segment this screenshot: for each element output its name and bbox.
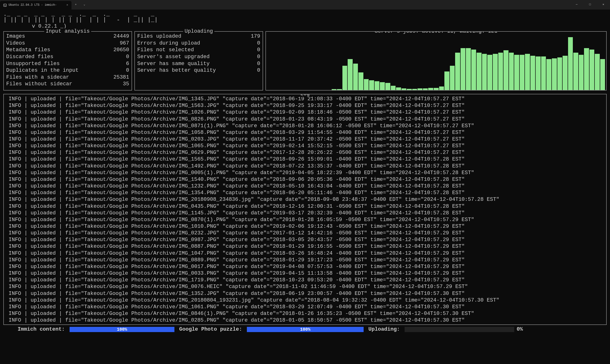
terminal-output[interactable]: ._ _ _ _ _ _ _ _ ._ _ ._ _ _ | || | | ||… bbox=[0, 10, 610, 333]
gpp-value: 100% bbox=[247, 327, 363, 332]
chart-bar bbox=[450, 66, 455, 90]
server-jobs-title: Server's jobs: active: 11, waiting: 121 bbox=[373, 31, 499, 34]
stat-row: Files with a sidecar25381 bbox=[6, 74, 129, 81]
chart-bar bbox=[541, 56, 546, 90]
stat-label: Files with a sidecar bbox=[6, 74, 69, 81]
uploading-pct: 0% bbox=[517, 326, 523, 332]
chart-bar bbox=[498, 53, 503, 90]
chart-bar bbox=[375, 81, 380, 90]
log-line: INFO | uploaded | file="Takeout/Google P… bbox=[9, 257, 604, 263]
stat-label: Errors during upload bbox=[137, 40, 200, 47]
log-line: INFO | uploaded | file="Takeout/Google P… bbox=[9, 270, 604, 277]
log-line: INFO | uploaded | file="Takeout/Google P… bbox=[9, 236, 604, 243]
uploading-title: Uploading bbox=[183, 28, 214, 34]
tab-close-icon[interactable]: ✕ bbox=[65, 4, 69, 7]
chart-bar bbox=[332, 89, 337, 90]
stat-row: Files not selected0 bbox=[137, 47, 260, 54]
immich-content-progress: 100% bbox=[70, 327, 174, 332]
window-close-button[interactable]: ✕ bbox=[597, 0, 610, 10]
chart-bar bbox=[466, 48, 471, 90]
log-line: INFO | uploaded | file="Takeout/Google P… bbox=[9, 143, 604, 149]
chart-bar bbox=[584, 48, 589, 90]
window-minimize-button[interactable]: — bbox=[570, 0, 583, 10]
gpp-label: Google Photo puzzle: bbox=[179, 326, 242, 332]
stat-value: 25381 bbox=[110, 74, 129, 81]
stat-value: 0 bbox=[110, 54, 129, 61]
input-analysis-title: Input analysis bbox=[44, 28, 91, 34]
log-line: INFO | uploaded | file="Takeout/Google P… bbox=[9, 263, 604, 270]
chart-bar bbox=[455, 53, 460, 90]
stat-label: Unsupported files bbox=[6, 61, 60, 67]
stat-label: Duplicates in the input bbox=[6, 67, 79, 74]
gpp-progress: 100% bbox=[247, 327, 363, 332]
tab-dropdown-button[interactable]: ⌄ bbox=[80, 0, 89, 10]
log-line: INFO | uploaded | file="Takeout/Google P… bbox=[9, 223, 604, 230]
stat-value: 6 bbox=[110, 61, 129, 67]
chart-bar bbox=[423, 88, 428, 90]
stat-label: Discarded files bbox=[6, 54, 53, 61]
chart-bar bbox=[504, 50, 508, 90]
chart-bar bbox=[482, 54, 487, 90]
stat-row: Server's asset upgraded0 bbox=[137, 54, 260, 61]
footer-status: Immich content: 100% Google Photo puzzle… bbox=[3, 325, 607, 332]
chart-bar bbox=[493, 54, 498, 90]
chart-bar bbox=[342, 66, 347, 90]
window-maximize-button[interactable]: □ bbox=[583, 0, 597, 10]
terminal-icon bbox=[3, 4, 7, 7]
log-line: INFO | uploaded | file="Takeout/Google P… bbox=[9, 250, 604, 257]
log-line: INFO | uploaded | file="Takeout/Google P… bbox=[9, 196, 604, 203]
chart-bar bbox=[568, 37, 573, 90]
log-line: INFO | uploaded | file="Takeout/Google P… bbox=[9, 290, 604, 297]
chart-bar bbox=[461, 48, 466, 90]
stat-value: 179 bbox=[241, 33, 260, 40]
log-line: INFO | uploaded | file="Takeout/Google P… bbox=[9, 156, 604, 163]
uploading-label: Uploading: bbox=[368, 326, 400, 332]
new-tab-button[interactable]: ＋ bbox=[71, 0, 80, 10]
stat-label: Server's asset upgraded bbox=[137, 54, 210, 61]
chart-bar bbox=[396, 87, 401, 90]
chart-bar bbox=[525, 54, 530, 90]
chart-bar bbox=[595, 54, 600, 90]
chart-bar bbox=[348, 59, 353, 90]
log-line: INFO | uploaded | file="Takeout/Google P… bbox=[9, 210, 604, 217]
chart-bar bbox=[358, 72, 363, 90]
log-line: INFO | uploaded | file="Takeout/Google P… bbox=[9, 243, 604, 250]
chart-bar bbox=[573, 53, 578, 90]
log-line: INFO | uploaded | file="Takeout/Google P… bbox=[9, 103, 604, 109]
svg-rect-0 bbox=[4, 4, 6, 7]
stat-label: Metadata files bbox=[6, 47, 50, 54]
chart-bar bbox=[546, 59, 551, 90]
chart-bar bbox=[407, 89, 412, 90]
log-line: INFO | uploaded | file="Takeout/Google P… bbox=[9, 297, 604, 304]
chart-bar bbox=[487, 55, 492, 90]
terminal-tab[interactable]: Ubuntu 22.04.3 LTS - immich- ✕ bbox=[0, 1, 71, 10]
chart-bar bbox=[536, 56, 541, 90]
chart-bar bbox=[444, 71, 449, 90]
log-line: INFO | uploaded | file="Takeout/Google P… bbox=[9, 176, 604, 183]
stat-label: Images bbox=[6, 33, 25, 40]
log-line: INFO | uploaded | file="Takeout/Google P… bbox=[9, 190, 604, 196]
uploading-progress bbox=[405, 327, 514, 332]
log-line: INFO | uploaded | file="Takeout/Google P… bbox=[9, 183, 604, 190]
stat-value: 0 bbox=[241, 61, 260, 67]
stat-row: Discarded files0 bbox=[6, 54, 129, 61]
log-title: Log bbox=[299, 94, 311, 97]
stat-label: Server has better quality bbox=[137, 67, 216, 74]
uploading-panel: Uploading Files uploaded179Errors during… bbox=[134, 31, 263, 91]
log-line: INFO | uploaded | file="Takeout/Google P… bbox=[9, 116, 604, 123]
chart-bar bbox=[428, 88, 433, 90]
log-line: INFO | uploaded | file="Takeout/Google P… bbox=[9, 304, 604, 310]
chart-bar bbox=[402, 88, 406, 90]
stat-row: Videos967 bbox=[6, 40, 129, 47]
chart-bar bbox=[417, 88, 422, 90]
chart-bar bbox=[369, 80, 374, 90]
stat-row: Errors during upload0 bbox=[137, 40, 260, 47]
stat-value: 0 bbox=[110, 67, 129, 74]
chart-bar bbox=[380, 82, 385, 90]
chart-bar bbox=[589, 50, 595, 90]
stat-value: 967 bbox=[110, 40, 129, 47]
chart-bar bbox=[391, 86, 396, 90]
chart-bar bbox=[353, 64, 358, 90]
log-line: INFO | uploaded | file="Takeout/Google P… bbox=[9, 169, 604, 176]
chart-bar bbox=[600, 59, 605, 90]
